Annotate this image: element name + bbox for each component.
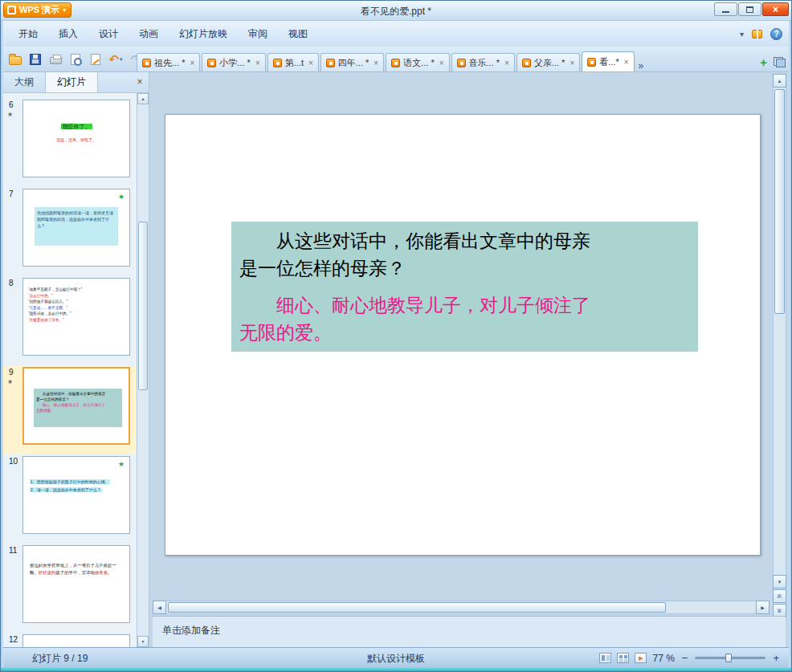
previous-slide-button[interactable]: « xyxy=(773,589,786,603)
menu-review[interactable]: 审阅 xyxy=(238,21,278,47)
document-tab-6[interactable]: 音乐... * × xyxy=(451,53,515,71)
gift-icon[interactable] xyxy=(752,30,762,39)
slide-row-7: 7 ★ 先找找我和母亲的对话读一读，再同桌互读我和母亲的对话，说说你从中体会到了… xyxy=(3,187,137,276)
menu-start[interactable]: 开始 xyxy=(8,21,48,47)
scroll-up-icon[interactable]: ▲ xyxy=(773,74,786,88)
slide-sorter-view-icon[interactable] xyxy=(617,653,629,663)
ppt-file-icon xyxy=(207,59,216,67)
document-tab-label: 语文... * xyxy=(403,57,435,69)
menu-view[interactable]: 视图 xyxy=(278,21,318,47)
undo-dropdown-icon: ▾ xyxy=(120,56,123,63)
document-tab-active[interactable]: 看...* × xyxy=(582,51,634,71)
document-tab-label: 音乐... * xyxy=(469,57,500,69)
scrollbar-thumb[interactable] xyxy=(168,602,666,613)
zoom-slider[interactable] xyxy=(695,652,765,664)
menu-slideshow[interactable]: 幻灯片放映 xyxy=(169,21,238,47)
menu-design[interactable]: 设计 xyxy=(88,21,129,47)
zoom-in-button[interactable]: + xyxy=(771,653,781,663)
slide-thumbnail-12[interactable] xyxy=(22,634,130,647)
slide-thumbnail-7[interactable]: ★ 先找找我和母亲的对话读一读，再同桌互读我和母亲的对话，说说你从中体会到了什么… xyxy=(22,189,130,267)
tab-close-icon[interactable]: × xyxy=(624,58,629,67)
thumbnail-scrollbar[interactable]: ▲ ▼ xyxy=(137,93,149,647)
scrollbar-thumb[interactable] xyxy=(774,89,785,314)
panel-close-icon[interactable]: × xyxy=(131,72,149,92)
slide-canvas[interactable]: 从这些对话中，你能看出文章中的母亲 是一位怎样的母亲？ 细心、耐心地教导儿子，对… xyxy=(165,114,761,556)
slideshow-view-icon[interactable]: ▶ xyxy=(635,653,647,663)
slide-thumbnail-9[interactable]: 从这些对话中，你能看出文章中的母亲 是一位怎样的母亲？ 细心、耐心地教导儿子，对… xyxy=(22,367,130,445)
menu-insert[interactable]: 插入 xyxy=(48,21,88,47)
window-cascade-icon[interactable] xyxy=(774,57,786,67)
window-border-left xyxy=(0,21,3,667)
scrollbar-thumb[interactable] xyxy=(138,222,148,390)
zoom-slider-thumb[interactable] xyxy=(725,654,732,662)
slide-thumbnail-10[interactable]: ★ 1、想想假如孩子把瓶子打中的时候的心情。 2、读一读，说说你从中体会到了什么… xyxy=(22,456,130,534)
close-button[interactable]: × xyxy=(762,2,789,16)
scroll-down-icon[interactable]: ▼ xyxy=(137,636,149,647)
wps-logo-icon xyxy=(7,6,16,14)
document-tab-4[interactable]: 四年... * × xyxy=(320,53,384,71)
chevron-down-icon: ▾ xyxy=(63,6,66,14)
tab-close-icon[interactable]: × xyxy=(504,59,509,67)
slide-number: 11 xyxy=(9,546,17,555)
menu-more-icon[interactable]: ▾ xyxy=(740,30,744,39)
slide-text-box[interactable]: 从这些对话中，你能看出文章中的母亲 是一位怎样的母亲？ 细心、耐心地教导儿子，对… xyxy=(231,222,698,352)
maximize-button[interactable] xyxy=(738,2,761,16)
notes-pane[interactable]: 单击添加备注 xyxy=(153,616,786,647)
menu-animation[interactable]: 动画 xyxy=(129,21,169,47)
scroll-left-icon[interactable]: ◀ xyxy=(153,601,166,614)
slide-thumbnail-6[interactable]: 我怔住了。 没说，没风，停电了。 xyxy=(22,100,130,177)
format-painter-button[interactable] xyxy=(87,50,104,68)
print-button[interactable] xyxy=(47,50,64,68)
slide-text-line: 无限的爱。 xyxy=(239,320,690,347)
toolbar: ↶▾ ↷ « 祖先... * × 小学... * × 第...t × 四年...… xyxy=(0,47,792,72)
tab-close-icon[interactable]: × xyxy=(190,59,195,67)
print-preview-button[interactable] xyxy=(67,50,84,68)
scroll-down-icon[interactable]: ▼ xyxy=(773,575,786,589)
ppt-file-icon xyxy=(142,59,151,67)
minimize-icon xyxy=(722,11,729,13)
folder-icon xyxy=(9,56,22,65)
slide-thumbnail-8[interactable]: “他看不见靶子，怎么能打中呢？” “总会打中的。” “别的孩子都这么玩儿。” “… xyxy=(22,278,130,356)
normal-view-icon[interactable] xyxy=(599,653,611,663)
document-tab-2[interactable]: 小学... * × xyxy=(202,53,265,71)
wps-app-button-label: WPS 演示 xyxy=(19,4,59,16)
thumb-text: “总会打中的。” xyxy=(28,293,125,299)
help-icon[interactable]: ? xyxy=(770,28,782,40)
open-file-button[interactable] xyxy=(6,50,24,68)
thumb-text: “我告诉他，总会打中的。” xyxy=(28,311,125,317)
ppt-file-icon xyxy=(391,59,400,67)
document-tab-7[interactable]: 父亲... * × xyxy=(516,53,580,71)
document-tab-5[interactable]: 语文... * × xyxy=(386,53,449,71)
notes-placeholder[interactable]: 单击添加备注 xyxy=(153,617,786,637)
zoom-level: 77 % xyxy=(652,653,674,664)
tab-close-icon[interactable]: × xyxy=(570,59,574,67)
document-tab-3[interactable]: 第...t × xyxy=(267,53,319,71)
tab-close-icon[interactable]: × xyxy=(439,59,444,67)
ppt-file-icon xyxy=(457,59,466,67)
document-tab-1[interactable]: 祖先... * × xyxy=(137,53,200,71)
double-chevron-up-icon: « xyxy=(775,594,784,599)
horizontal-scrollbar[interactable]: ◀ ▶ xyxy=(153,601,770,614)
tab-scroll-right-button[interactable]: » xyxy=(636,60,647,71)
tab-close-icon[interactable]: × xyxy=(255,59,260,67)
tab-slides[interactable]: 幻灯片 xyxy=(45,72,98,92)
minimize-button[interactable] xyxy=(714,2,737,16)
save-button[interactable] xyxy=(27,50,44,68)
tab-close-icon[interactable]: × xyxy=(374,59,378,67)
tab-close-icon[interactable]: × xyxy=(308,59,313,67)
menu-bar: 开始 插入 设计 动画 幻灯片放映 审阅 视图 ▾ ? xyxy=(0,21,792,47)
zoom-out-button[interactable]: − xyxy=(680,653,690,663)
ppt-file-icon xyxy=(587,58,596,67)
ppt-file-icon xyxy=(273,59,282,67)
vertical-scrollbar[interactable]: ▲ ▼ « » xyxy=(773,74,786,618)
new-document-button[interactable]: + xyxy=(760,56,767,68)
scroll-up-icon[interactable]: ▲ xyxy=(137,93,149,104)
save-icon xyxy=(30,54,41,65)
slide-row-8: 8 “他看不见靶子，怎么能打中呢？” “总会打中的。” “别的孩子都这么玩儿。”… xyxy=(3,276,137,365)
thumb-text: “关键是他做了没有。” xyxy=(28,317,125,324)
scroll-right-icon[interactable]: ▶ xyxy=(756,601,770,614)
slide-thumbnail-11[interactable]: 那位妇女坐在草地上，从一堆石子儿中捡起一颗。轻轻递到孩子的手中，安详地微笑着。 xyxy=(22,545,130,623)
wps-app-button[interactable]: WPS 演示 ▾ xyxy=(3,2,71,18)
tab-outline[interactable]: 大纲 xyxy=(3,72,45,92)
undo-button[interactable]: ↶▾ xyxy=(107,50,125,68)
